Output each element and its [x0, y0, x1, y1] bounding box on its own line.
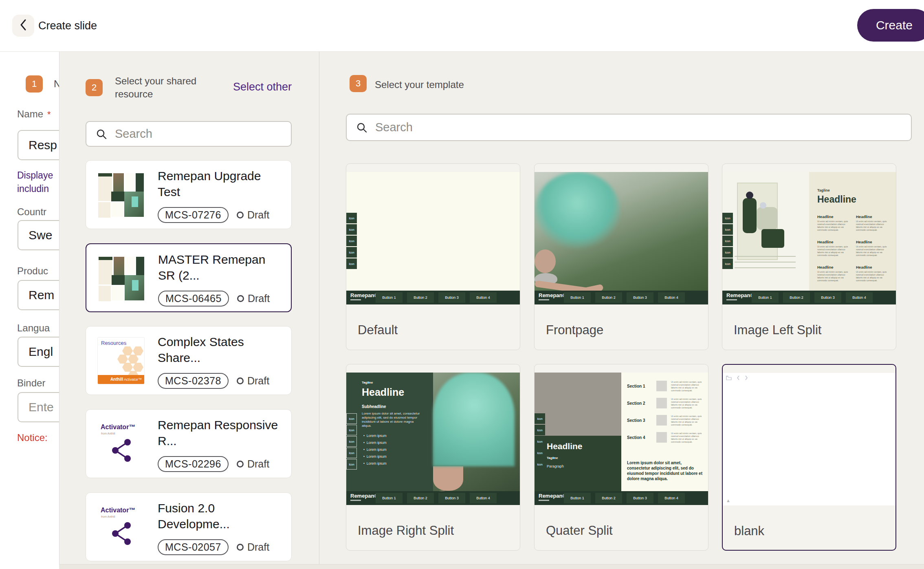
template-card-frontpage[interactable]: Headline TaglineDescriptionRemepan®Butto…: [534, 163, 708, 350]
resource-meta: MCS-06465Draft: [158, 291, 270, 307]
chevron-right-icon: [745, 375, 748, 380]
illustration-half: [722, 172, 809, 291]
step1-title: N: [54, 77, 59, 90]
preview-text-block: HeadlineUt enim ad minim veniam, quis no…: [856, 214, 891, 232]
slide-footer-bar: Remepan®Button 1Button 2Button 3Button 4: [535, 491, 708, 505]
binder-field[interactable]: [18, 392, 59, 422]
slide-footer-button: Button 3: [814, 292, 841, 303]
notice-text: Notice:: [17, 432, 48, 443]
country-label: Countr: [17, 206, 46, 218]
icon-placeholder: Icon: [346, 224, 357, 235]
thumb-shape: [99, 257, 112, 260]
preview-text-block: HeadlineUt enim ad minim veniam, quis no…: [856, 240, 891, 257]
top-bar: Create slide Create: [0, 0, 924, 52]
resource-card[interactable]: MASTER Remepan SR (2...MCS-06465Draft: [86, 243, 292, 312]
resource-card[interactable]: ResourcesAnthill Activator™Complex State…: [86, 326, 292, 395]
preview-headline: Headline: [547, 441, 583, 451]
remepan-logo: Remepan®: [726, 293, 754, 300]
thumb-shape: [132, 196, 138, 207]
share-network-icon: [110, 521, 133, 546]
thumb-shape: [99, 257, 112, 284]
template-search[interactable]: [346, 114, 912, 141]
template-card-quater[interactable]: HeadlineTaglineParagraphSection 1Ut enim…: [534, 364, 708, 551]
logo-tagline-bar: [539, 500, 549, 501]
language-field[interactable]: [18, 337, 59, 367]
template-card-default[interactable]: IconIconIconIconIconRemepan®Button 1Butt…: [346, 163, 520, 350]
slide-footer-bar: Remepan®Button 1Button 2Button 3Button 4: [722, 291, 896, 304]
thumb-shape: [111, 202, 123, 217]
remepan-logo: Remepan®: [350, 293, 378, 300]
preview-section-row: Section 1Ut enim ad minim veniam, quis n…: [627, 381, 704, 396]
thumb-shape: [113, 173, 124, 192]
resource-thumbnail: [98, 255, 145, 302]
resource-meta: MCS-07276Draft: [158, 207, 269, 223]
template-preview: TaglineHeadlineSubheadlineLorem ipsum do…: [346, 373, 520, 505]
template-label: Default: [358, 323, 398, 337]
back-button[interactable]: [12, 15, 34, 37]
status-badge: Draft: [237, 209, 269, 221]
language-label: Langua: [17, 322, 50, 334]
template-search-input[interactable]: [374, 120, 911, 135]
thumb-shape: [112, 275, 125, 285]
remepan-logo: Remepan®: [350, 493, 378, 501]
text-half: TaglineHeadlineHeadlineUt enim ad minim …: [809, 172, 896, 291]
resource-card[interactable]: Remepan Upgrade TestMCS-07276Draft: [86, 160, 292, 229]
template-label: blank: [734, 524, 764, 538]
resource-title: Remepan Upgrade Test: [158, 168, 285, 200]
slide-footer-button: Button 1: [564, 493, 591, 503]
template-label: Frontpage: [546, 323, 603, 337]
icon-placeholder: Icon: [535, 436, 545, 447]
text-quarter: HeadlineTaglineParagraph: [535, 436, 621, 491]
template-card-image-left[interactable]: TaglineHeadlineHeadlineUt enim ad minim …: [722, 163, 896, 350]
create-button[interactable]: Create: [857, 9, 924, 42]
slide-footer-button: Button 1: [376, 292, 403, 303]
photo-placeholder: [535, 373, 621, 436]
draft-status-icon: [237, 544, 244, 551]
slide-footer-button: Button 2: [783, 292, 810, 303]
illustration-railing: [735, 256, 796, 257]
country-field[interactable]: [18, 220, 59, 250]
hexagon-shape: [133, 346, 143, 355]
icon-placeholder: Icon: [346, 436, 357, 447]
preview-text-block: HeadlineUt enim ad minim veniam, quis no…: [817, 265, 852, 282]
status-badge: Draft: [237, 375, 269, 387]
slide-footer-button: Button 4: [470, 493, 497, 503]
resource-thumbnail: ResourcesAnthill Activator™: [97, 337, 145, 384]
required-asterisk: *: [47, 109, 51, 119]
template-preview: IconIconIconIconIconRemepan®Button 1Butt…: [346, 172, 520, 304]
resource-search-input[interactable]: [114, 127, 291, 141]
product-field[interactable]: [18, 280, 59, 310]
resource-card[interactable]: Activator™from AnthillFusion 2.0 Develop…: [86, 492, 292, 561]
slide-footer-bar: Remepan®Button 1Button 2Button 3Button 4: [346, 291, 520, 304]
photo-half: [433, 373, 520, 491]
template-card-blank[interactable]: ▲blank: [722, 364, 896, 551]
slide-footer-button: Button 3: [627, 292, 653, 303]
illustration-figure: [761, 229, 784, 248]
icon-column: IconIconIconIconIcon: [535, 413, 545, 470]
resource-code-badge: MCS-06465: [158, 291, 229, 307]
preview-paragraph-label: Paragraph: [547, 464, 564, 468]
resource-meta: MCS-02296Draft: [158, 456, 269, 472]
preview-text-block: HeadlineUt enim ad minim veniam, quis no…: [817, 240, 852, 257]
icon-placeholder: Icon: [346, 459, 357, 470]
thumb-shape: [125, 257, 135, 274]
template-preview: HeadlineTaglineParagraphSection 1Ut enim…: [535, 373, 708, 505]
template-card-image-right[interactable]: TaglineHeadlineSubheadlineLorem ipsum do…: [346, 364, 520, 551]
status-label: Draft: [247, 209, 269, 221]
icon-placeholder: Icon: [722, 224, 733, 235]
resource-card[interactable]: Activator™from AnthillRemepan Responsive…: [86, 409, 292, 478]
select-other-link[interactable]: Select other: [233, 81, 292, 93]
slide-footer-button: Button 4: [846, 292, 873, 303]
section-label: Section 1: [627, 384, 654, 388]
preview-subheadline: Subheadline: [362, 404, 386, 409]
resource-search[interactable]: [86, 121, 292, 147]
name-field[interactable]: [18, 130, 59, 160]
remepan-logo: Remepan®: [539, 493, 566, 501]
preview-headline: Headline: [817, 194, 856, 205]
slide-footer-bar: Remepan®Button 1Button 2Button 3Button 4: [535, 291, 708, 304]
hexagon-shape: [122, 363, 133, 372]
logo-tagline-bar: [726, 299, 737, 300]
thumb-shape: [132, 280, 139, 291]
preview-text-block: HeadlineUt enim ad minim veniam, quis no…: [817, 214, 852, 232]
section-text: Ut enim ad minim veniam, quis nostrud ex…: [671, 415, 704, 426]
